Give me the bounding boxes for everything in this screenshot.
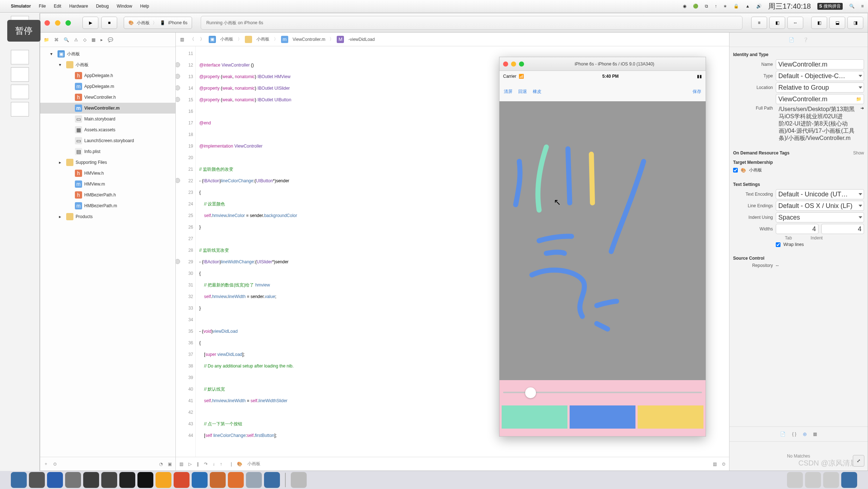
tree-file[interactable]: hViewController.h bbox=[40, 92, 175, 103]
tree-group[interactable]: ▸Products bbox=[40, 211, 175, 222]
dock-app[interactable] bbox=[228, 472, 244, 488]
screen-mirror-icon[interactable]: ⧉ bbox=[705, 4, 708, 9]
scheme-selector[interactable]: 🎨 小画板 〉 📱 iPhone 6s bbox=[124, 17, 192, 29]
dock-app-sketch[interactable] bbox=[156, 472, 171, 488]
add-button[interactable]: ＋ bbox=[44, 461, 48, 467]
dock-app[interactable] bbox=[246, 472, 262, 488]
tree-file[interactable]: mHMView.m bbox=[40, 179, 175, 190]
recent-filter[interactable]: ◔ bbox=[159, 462, 163, 467]
debug-nav-icon[interactable]: ▦ bbox=[92, 37, 95, 42]
eraser-button[interactable]: 橡皮 bbox=[533, 89, 541, 95]
menu-debug[interactable]: Debug bbox=[96, 4, 109, 9]
dock-app-terminal[interactable] bbox=[119, 472, 135, 488]
slider-thumb[interactable] bbox=[525, 387, 536, 398]
stop-button[interactable]: ■ bbox=[101, 17, 117, 29]
menu-hardware[interactable]: Hardware bbox=[69, 4, 88, 9]
debug-output-toggle[interactable]: ▥ bbox=[713, 462, 717, 467]
tab-width-stepper[interactable]: 4 bbox=[776, 224, 818, 234]
drawing-canvas[interactable]: ↖ bbox=[499, 101, 706, 380]
dock-app[interactable] bbox=[787, 472, 803, 488]
code-body[interactable]: @interface ViewController ()@property (w… bbox=[196, 46, 297, 457]
sim-minimize[interactable] bbox=[511, 61, 516, 67]
pane-right-toggle[interactable]: ◨ bbox=[847, 17, 863, 29]
variables-toggle[interactable]: ▥ bbox=[179, 462, 183, 467]
back-button[interactable]: 〈 bbox=[188, 36, 196, 42]
step-over[interactable]: ↷ bbox=[204, 462, 208, 467]
dock-app[interactable] bbox=[823, 472, 839, 488]
sim-close[interactable] bbox=[503, 61, 508, 67]
tree-file[interactable]: ▤Info.plist bbox=[40, 146, 175, 157]
color-button-yellow[interactable] bbox=[638, 405, 703, 429]
dock-app-mouse[interactable] bbox=[65, 472, 81, 488]
step-out[interactable]: ↑ bbox=[220, 462, 222, 467]
dock-app[interactable] bbox=[291, 472, 307, 488]
choose-folder-icon[interactable]: 📁 bbox=[856, 97, 861, 102]
sim-zoom[interactable] bbox=[519, 61, 524, 67]
tree-file-selected[interactable]: mViewController.m bbox=[40, 103, 175, 114]
step-into[interactable]: ↓ bbox=[213, 462, 215, 467]
clock[interactable]: 周三17:40:18 bbox=[768, 1, 811, 11]
reveal-icon[interactable]: ➜ bbox=[860, 106, 864, 111]
location-select[interactable]: Relative to Group bbox=[776, 82, 864, 93]
console-toggle[interactable]: ▷ bbox=[188, 462, 192, 467]
volume-icon[interactable]: 🔊 bbox=[756, 4, 762, 9]
test-nav-icon[interactable]: ◇ bbox=[83, 37, 86, 42]
dock-app[interactable] bbox=[137, 472, 153, 488]
tree-file[interactable]: mAppDelegate.m bbox=[40, 81, 175, 92]
jump-bar[interactable]: ▥ 〈 〉 ▣小画板〉 小画板〉 mViewController.m〉 M-vi… bbox=[176, 33, 729, 46]
dock-app[interactable] bbox=[101, 472, 117, 488]
dock-app[interactable] bbox=[174, 472, 190, 488]
issue-nav-icon[interactable]: ⚠ bbox=[74, 37, 78, 42]
project-nav-icon[interactable]: 📁 bbox=[44, 37, 49, 42]
tree-group[interactable]: ▾小画板 bbox=[40, 59, 175, 70]
file-inspector-icon[interactable]: 📄 bbox=[789, 37, 794, 42]
window-minimize[interactable] bbox=[55, 20, 60, 26]
type-select[interactable]: Default - Objective-C… bbox=[776, 71, 864, 81]
pane-left-toggle[interactable]: ◧ bbox=[811, 17, 827, 29]
filter-icon[interactable]: ⊙ bbox=[53, 462, 57, 467]
simulator-titlebar[interactable]: iPhone 6s - iPhone 6s / iOS 9.0 (13A340) bbox=[499, 57, 706, 71]
spotlight-icon[interactable]: 🔍 bbox=[849, 4, 855, 9]
video-pause-button[interactable]: 暂停 bbox=[7, 20, 41, 42]
tree-project[interactable]: ▾▣小画板 bbox=[40, 48, 175, 59]
editor-standard[interactable]: ≡ bbox=[751, 17, 767, 29]
forward-button[interactable]: 〉 bbox=[199, 36, 206, 42]
dock-app-screenshot[interactable] bbox=[83, 472, 99, 488]
menu-file[interactable]: File bbox=[39, 4, 46, 9]
dock-app[interactable] bbox=[805, 472, 821, 488]
lineend-select[interactable]: Default - OS X / Unix (LF) bbox=[776, 201, 864, 211]
input-method[interactable]: S搜狗拼音 bbox=[817, 3, 843, 10]
tree-file[interactable]: hAppDelegate.h bbox=[40, 70, 175, 81]
odr-show-button[interactable]: Show bbox=[853, 150, 864, 156]
window-zoom[interactable] bbox=[65, 20, 71, 26]
bluetooth-icon[interactable]: ∗ bbox=[723, 4, 727, 9]
sync-icon[interactable]: ↑ bbox=[715, 4, 717, 9]
related-items-icon[interactable]: ▥ bbox=[179, 37, 186, 42]
width-slider[interactable] bbox=[502, 385, 703, 400]
menu-app[interactable]: Simulator bbox=[11, 4, 31, 9]
fullscreen-toggle[interactable]: ⤢ bbox=[853, 455, 864, 467]
indent-width-stepper[interactable]: 4 bbox=[821, 224, 864, 234]
pane-bottom-toggle[interactable]: ⬓ bbox=[829, 17, 845, 29]
target-checkbox[interactable] bbox=[733, 168, 738, 173]
encoding-select[interactable]: Default - Unicode (UT… bbox=[776, 189, 864, 199]
symbol-nav-icon[interactable]: ⌘ bbox=[54, 37, 59, 42]
pause-debug[interactable]: ‖ bbox=[197, 462, 199, 467]
dock-app-finder[interactable] bbox=[11, 472, 27, 488]
tree-file[interactable]: hHMBezierPath.h bbox=[40, 190, 175, 200]
menu-extras-icon[interactable]: ≡ bbox=[861, 4, 864, 9]
object-lib-icon[interactable]: ◎ bbox=[803, 431, 807, 437]
tree-file[interactable]: ▭Main.storyboard bbox=[40, 114, 175, 124]
dock-app-quicktime[interactable] bbox=[192, 472, 208, 488]
code-snippet-lib-icon[interactable]: { } bbox=[792, 431, 796, 437]
save-button[interactable]: 保存 bbox=[693, 89, 701, 95]
quickhelp-inspector-icon[interactable]: ❔ bbox=[803, 37, 808, 42]
find-nav-icon[interactable]: 🔍 bbox=[64, 37, 69, 42]
dock-app-safari[interactable] bbox=[47, 472, 63, 488]
file-template-lib-icon[interactable]: 📄 bbox=[780, 431, 786, 437]
editor-assistant[interactable]: ◧ bbox=[769, 17, 785, 29]
name-field[interactable]: ViewController.m bbox=[776, 59, 864, 69]
debug-filter-icon[interactable]: ⊙ bbox=[722, 462, 726, 467]
dock-app-xcode[interactable] bbox=[264, 472, 280, 488]
menu-edit[interactable]: Edit bbox=[54, 4, 61, 9]
